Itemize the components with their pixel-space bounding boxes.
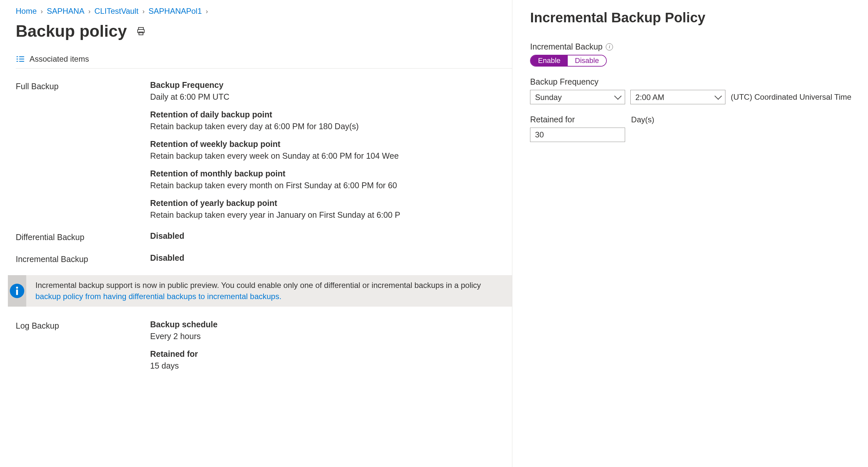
weekly-val: Retain backup taken every week on Sunday… <box>150 150 512 162</box>
disable-button[interactable]: Disable <box>568 55 606 66</box>
log-retain-val: 15 days <box>150 360 512 372</box>
breadcrumb-sep: › <box>142 7 145 15</box>
panel-title: Incremental Backup Policy <box>530 10 851 26</box>
svg-rect-2 <box>139 32 143 35</box>
incremental-backup-label: Incremental Backup <box>16 253 150 272</box>
retained-for-label: Retained for <box>530 115 575 124</box>
retained-for-input[interactable] <box>530 127 625 142</box>
info-message: Incremental backup support is now in pub… <box>35 281 481 290</box>
timezone-label: (UTC) Coordinated Universal Time <box>731 92 851 102</box>
incremental-policy-panel: Incremental Backup Policy Incremental Ba… <box>512 0 868 467</box>
toolbar: Associated items <box>16 51 512 68</box>
weekly-key: Retention of weekly backup point <box>150 139 512 149</box>
page-title: Backup policy <box>16 22 127 41</box>
info-icon[interactable]: i <box>606 43 613 51</box>
enable-button[interactable]: Enable <box>531 55 568 66</box>
yearly-key: Retention of yearly backup point <box>150 198 512 208</box>
freq-key: Backup Frequency <box>150 80 512 90</box>
breadcrumb-saphanapol1[interactable]: SAPHANAPol1 <box>149 6 202 16</box>
info-link[interactable]: backup policy from having differential b… <box>35 292 282 301</box>
yearly-val: Retain backup taken every year in Januar… <box>150 209 512 221</box>
associated-items-icon <box>16 55 25 63</box>
svg-point-9 <box>16 287 18 289</box>
log-retain-key: Retained for <box>150 349 512 359</box>
breadcrumb-sep: › <box>88 7 90 15</box>
daily-key: Retention of daily backup point <box>150 110 512 119</box>
associated-items-button[interactable]: Associated items <box>30 54 89 64</box>
differential-backup-label: Differential Backup <box>16 231 150 250</box>
breadcrumb-sep: › <box>41 7 43 15</box>
differential-backup-section: Differential Backup Disabled <box>16 231 512 250</box>
breadcrumb: Home › SAPHANA › CLITestVault › SAPHANAP… <box>16 6 512 16</box>
info-banner: Incremental backup support is now in pub… <box>8 275 512 307</box>
full-backup-section: Full Backup Backup FrequencyDaily at 6:0… <box>16 80 512 228</box>
monthly-key: Retention of monthly backup point <box>150 169 512 178</box>
log-schedule-val: Every 2 hours <box>150 330 512 342</box>
retained-for-unit: Day(s) <box>631 115 654 124</box>
log-schedule-key: Backup schedule <box>150 320 512 329</box>
breadcrumb-home[interactable]: Home <box>16 6 37 16</box>
breadcrumb-sep: › <box>206 7 208 15</box>
incremental-backup-section: Incremental Backup Disabled <box>16 253 512 272</box>
log-backup-label: Log Backup <box>16 320 150 379</box>
monthly-val: Retain backup taken every month on First… <box>150 180 512 191</box>
frequency-time-select[interactable]: 2:00 AM <box>630 90 725 104</box>
breadcrumb-saphana[interactable]: SAPHANA <box>47 6 85 16</box>
frequency-day-select[interactable]: Sunday <box>530 90 625 104</box>
daily-val: Retain backup taken every day at 6:00 PM… <box>150 121 512 132</box>
main-content: Home › SAPHANA › CLITestVault › SAPHANAP… <box>0 0 512 467</box>
incremental-backup-value: Disabled <box>150 253 512 263</box>
incremental-backup-field-label: Incremental Backup <box>530 42 602 52</box>
breadcrumb-clitestvault[interactable]: CLITestVault <box>94 6 138 16</box>
freq-val: Daily at 6:00 PM UTC <box>150 91 512 103</box>
info-icon-wrap <box>8 275 26 307</box>
differential-backup-value: Disabled <box>150 231 512 241</box>
info-text: Incremental backup support is now in pub… <box>26 275 481 306</box>
full-backup-label: Full Backup <box>16 80 150 228</box>
print-icon[interactable] <box>136 26 146 36</box>
enable-disable-toggle: Enable Disable <box>530 55 607 66</box>
backup-frequency-label: Backup Frequency <box>530 77 598 87</box>
log-backup-section: Log Backup Backup scheduleEvery 2 hours … <box>16 320 512 379</box>
svg-rect-10 <box>16 290 18 295</box>
info-icon <box>10 284 24 298</box>
